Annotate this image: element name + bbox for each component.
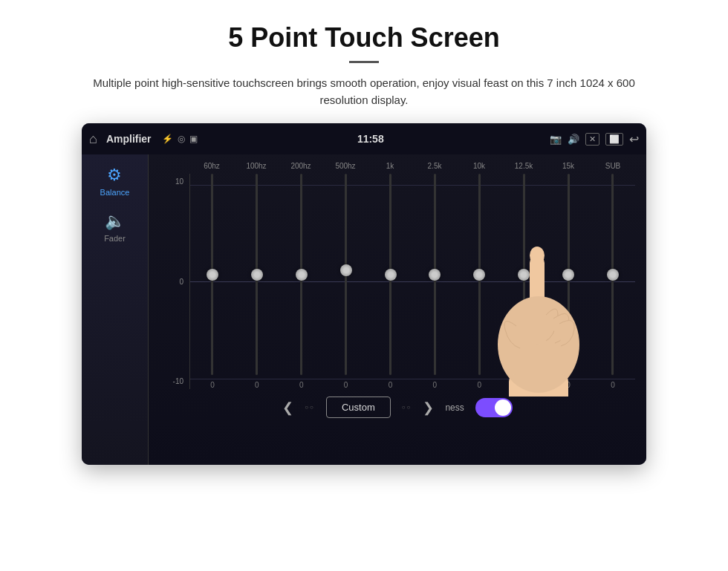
slider-track-3[interactable] — [300, 174, 302, 375]
slider-thumb-7[interactable] — [473, 269, 485, 281]
page-title: 5 Point Touch Screen — [228, 22, 499, 53]
slider-track-8[interactable] — [523, 174, 525, 375]
sidebar-label-balance: Balance — [100, 188, 130, 197]
home-icon[interactable]: ⌂ — [89, 131, 97, 147]
toggle-knob — [495, 399, 511, 416]
slider-thumb-10[interactable] — [607, 269, 619, 281]
sidebar-item-balance[interactable]: ⚙ Balance — [100, 166, 130, 197]
main-area: ⚙ Balance 🔈 Fader 60hz 100hz 200hz 500hz… — [82, 154, 646, 465]
slider-track-4[interactable] — [345, 174, 347, 375]
slider-track-10[interactable] — [611, 174, 614, 375]
prev-arrow[interactable]: ❮ — [282, 399, 293, 416]
window-icon-box[interactable]: ⬜ — [605, 133, 623, 146]
slider-val-2: 0 — [255, 381, 259, 389]
page-subtitle: Multiple point high-sensitive touchscree… — [82, 75, 646, 108]
volume-icon: 🔊 — [568, 134, 579, 145]
nav-dots-left: ○○ — [305, 404, 315, 411]
y-label-n10: -10 — [173, 377, 183, 385]
freq-labels: 60hz 100hz 200hz 500hz 1k 2.5k 10k 12.5k… — [160, 162, 635, 170]
slider-val-8: 0 — [521, 381, 526, 389]
slider-thumb-5[interactable] — [385, 269, 397, 281]
app-title: Amplifier — [106, 133, 152, 145]
title-divider — [349, 61, 379, 63]
eq-area: 60hz 100hz 200hz 500hz 1k 2.5k 10k 12.5k… — [149, 154, 646, 465]
gps-icon: ◎ — [178, 134, 185, 144]
status-time: 11:58 — [357, 133, 384, 145]
device-frame: ⌂ Amplifier ⚡ ◎ ▣ 11:58 📷 🔊 ✕ ⬜ ↩ ⚙ Bala… — [82, 123, 646, 465]
slider-100hz[interactable]: 0 — [238, 174, 276, 389]
slider-2k5[interactable]: 0 — [416, 174, 453, 389]
slider-500hz[interactable]: 0 — [328, 174, 365, 389]
custom-button[interactable]: Custom — [326, 397, 391, 418]
slider-val-5: 0 — [389, 381, 393, 389]
sidebar: ⚙ Balance 🔈 Fader — [82, 154, 149, 465]
slider-val-3: 0 — [299, 381, 304, 389]
y-axis: 10 0 -10 — [160, 174, 189, 389]
slider-track-2[interactable] — [256, 174, 258, 375]
back-icon[interactable]: ↩ — [629, 132, 639, 146]
slider-15k[interactable]: 0 — [550, 174, 587, 389]
toggle-label: ness — [445, 402, 464, 413]
freq-2k5: 2.5k — [416, 162, 453, 170]
freq-1k: 1k — [371, 162, 409, 170]
next-arrow[interactable]: ❯ — [423, 399, 434, 416]
slider-12k5[interactable]: 0 — [505, 174, 542, 389]
freq-15k: 15k — [550, 162, 587, 170]
slider-sub[interactable]: 0 — [594, 174, 631, 389]
status-right-icons: 📷 🔊 ✕ ⬜ ↩ — [550, 132, 639, 146]
freq-60hz: 60hz — [193, 162, 230, 170]
slider-thumb-6[interactable] — [429, 269, 441, 281]
slider-val-6: 0 — [433, 381, 438, 389]
toggle-switch[interactable] — [475, 398, 513, 417]
y-label-10: 10 — [175, 177, 183, 186]
slider-thumb-8[interactable] — [518, 269, 530, 281]
status-icons: ⚡ ◎ ▣ — [162, 134, 198, 144]
slider-thumb-2[interactable] — [251, 269, 263, 281]
slider-thumb-4[interactable] — [340, 264, 352, 276]
fader-icon: 🔈 — [105, 212, 125, 231]
media-icon: ▣ — [189, 134, 198, 144]
slider-thumb-3[interactable] — [296, 269, 308, 281]
slider-track-5[interactable] — [389, 174, 391, 375]
slider-val-1: 0 — [210, 381, 215, 389]
slider-val-9: 0 — [566, 381, 571, 389]
slider-10k[interactable]: 0 — [461, 174, 498, 389]
usb-icon: ⚡ — [162, 134, 173, 144]
sidebar-label-fader: Fader — [104, 234, 126, 243]
slider-val-7: 0 — [478, 381, 482, 389]
slider-200hz[interactable]: 0 — [283, 174, 320, 389]
freq-200hz: 200hz — [282, 162, 319, 170]
status-bar: ⌂ Amplifier ⚡ ◎ ▣ 11:58 📷 🔊 ✕ ⬜ ↩ — [82, 123, 646, 154]
bottom-controls: ❮ ○○ Custom ○○ ❯ ness — [160, 389, 635, 422]
freq-10k: 10k — [461, 162, 498, 170]
slider-1k[interactable]: 0 — [372, 174, 409, 389]
slider-track-1[interactable] — [211, 174, 213, 375]
slider-val-4: 0 — [344, 381, 348, 389]
close-icon-box[interactable]: ✕ — [585, 133, 599, 146]
freq-sub: SUB — [594, 162, 631, 170]
slider-track-7[interactable] — [478, 174, 481, 375]
slider-val-10: 0 — [611, 381, 615, 389]
sidebar-item-fader[interactable]: 🔈 Fader — [104, 212, 126, 243]
slider-60hz[interactable]: 0 — [194, 174, 231, 389]
balance-icon: ⚙ — [107, 166, 122, 185]
sliders-container: 0 0 0 — [189, 174, 635, 389]
y-label-0: 0 — [179, 278, 183, 286]
freq-500hz: 500hz — [327, 162, 364, 170]
slider-thumb-9[interactable] — [562, 269, 574, 281]
slider-track-6[interactable] — [434, 174, 436, 375]
slider-track-9[interactable] — [568, 174, 570, 375]
nav-dots-right: ○○ — [402, 404, 412, 411]
camera-icon: 📷 — [550, 134, 562, 145]
freq-12k5: 12.5k — [505, 162, 542, 170]
eq-grid: 10 0 -10 — [160, 174, 635, 389]
slider-thumb-1[interactable] — [207, 269, 218, 281]
freq-100hz: 100hz — [238, 162, 275, 170]
